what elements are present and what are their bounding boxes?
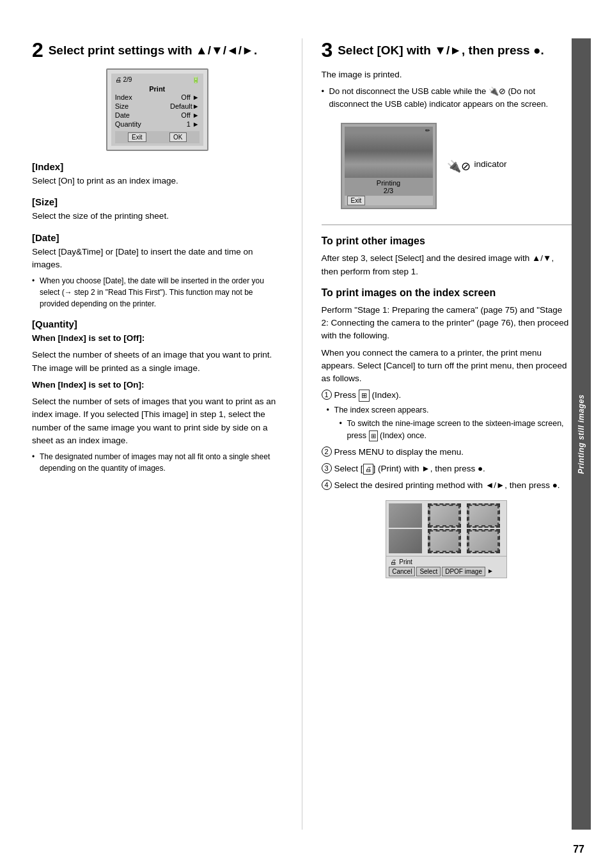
step1-sub-bullet: To switch the nine-image screen to the s…	[347, 418, 572, 442]
screen-row-quantity: Quantity 1 ►	[115, 120, 199, 129]
index-step-1: 1 Press ⊞ (Index). The index screen appe…	[322, 389, 572, 442]
print-index-heading: To print images on the index screen	[322, 287, 572, 299]
print-footer-label: Print	[399, 558, 412, 565]
row-size-label: Size	[115, 102, 129, 110]
date-body: Select [Day&Time] or [Date] to insert th…	[32, 246, 283, 272]
screen-menu-title: Print	[115, 85, 199, 93]
step2-header: 2 Select print settings with ▲/▼/◄/►.	[32, 38, 283, 62]
row-size-value: Default►	[170, 102, 199, 110]
printing-screen-image	[345, 133, 433, 178]
index-cell-4	[389, 529, 422, 553]
step4-text: Select the desired printing method with …	[334, 480, 560, 490]
printing-exit-btn: Exit	[347, 196, 366, 205]
step-circle-3: 3	[322, 463, 332, 473]
size-heading: [Size]	[32, 196, 283, 207]
print-footer-icon: 🖨	[390, 558, 396, 565]
date-heading: [Date]	[32, 232, 283, 243]
printing-text: Printing2/3	[345, 178, 433, 196]
indicator-label: indicator	[474, 158, 507, 171]
step1-press: Press	[334, 390, 359, 400]
index-step-3: 3 Select [🖨] (Print) with ►, then press …	[322, 462, 572, 475]
sidebar-label: Printing still images	[572, 38, 591, 830]
index-screen: 🖨 Print Cancel Select DPOF image ►	[386, 500, 507, 578]
step1-index-text: (Index).	[372, 390, 402, 400]
step3-header: 3 Select [OK] with ▼/►, then press ●.	[322, 38, 572, 62]
screen-row-size: Size Default►	[115, 102, 199, 111]
page-number: 77	[573, 844, 584, 855]
print-menu-icon: 🖨	[363, 464, 373, 475]
when-on-heading: When [Index] is set to [On]:	[32, 379, 283, 391]
screen-header-left: 🖨 2/9	[115, 76, 132, 83]
step3-bullet-text: Do not disconnect the USB cable while th…	[329, 86, 487, 96]
printing-footer: Exit	[345, 196, 433, 205]
screen-exit-btn: Exit	[128, 132, 146, 142]
row-quantity-label: Quantity	[115, 120, 141, 128]
index-heading: [Index]	[32, 161, 283, 172]
quantity-heading: [Quantity]	[32, 319, 283, 329]
screen-header-right: 🔋	[192, 76, 199, 83]
step-circle-4: 4	[322, 480, 332, 490]
print-other-body: After step 3, select [Select] and the de…	[322, 252, 572, 278]
step2-camera-screen: 🖨 2/9 🔋 Print Index Off ► Size Default► …	[106, 68, 208, 151]
row-date-label: Date	[115, 111, 130, 119]
step3-title: Select [OK] with ▼/►, then press ●.	[338, 43, 544, 57]
cancel-btn[interactable]: Cancel	[389, 567, 415, 576]
step2-title: Select print settings with ▲/▼/◄/►.	[49, 43, 257, 57]
index-icon-small: ⊞	[369, 430, 378, 441]
row-index-value: Off ►	[181, 93, 199, 101]
when-off-body: Select the number of sheets of an image …	[32, 349, 283, 375]
screen-row-index: Index Off ►	[115, 93, 199, 102]
printing-screen: ✏ Printing2/3 Exit	[341, 123, 437, 209]
right-column: 3 Select [OK] with ▼/►, then press ●. Th…	[302, 38, 572, 830]
index-cell-1	[389, 503, 422, 528]
quantity-bullet: The designated number of images may not …	[40, 451, 283, 474]
size-body: Select the size of the printing sheet.	[32, 210, 283, 223]
usb-no-disconnect-icon: 🔌⊘	[447, 159, 471, 173]
index-screen-container: 🖨 Print Cancel Select DPOF image ►	[386, 500, 507, 578]
print-other-heading: To print other images	[322, 235, 572, 247]
index-screen-footer: 🖨 Print Cancel Select DPOF image ►	[386, 556, 506, 578]
when-on-body: Select the number of sets of images that…	[32, 395, 283, 447]
step3-select-text: Select [	[334, 464, 363, 473]
dpof-btn[interactable]: DPOF image	[442, 567, 485, 576]
step-circle-2: 2	[322, 446, 332, 457]
step3-printed-text: The image is printed.	[322, 68, 572, 81]
row-index-label: Index	[115, 93, 132, 101]
index-grid	[386, 501, 506, 556]
step2-menu-text: Press MENU to display the menu.	[334, 447, 464, 457]
index-steps-list: 1 Press ⊞ (Index). The index screen appe…	[322, 389, 572, 492]
step1-sub: The index screen appears.	[334, 404, 572, 416]
select-btn[interactable]: Select	[416, 567, 441, 576]
print-index-body2: When you connect the camera to a printer…	[322, 347, 572, 386]
step3-number: 3	[322, 38, 333, 61]
arrow-right: ►	[487, 567, 494, 576]
row-quantity-value: 1 ►	[187, 120, 199, 128]
divider1	[322, 225, 572, 225]
index-cell-3	[467, 503, 500, 528]
row-date-value: Off ►	[181, 111, 199, 119]
step-circle-1: 1	[322, 390, 332, 400]
index-btn-icon: ⊞	[359, 390, 370, 402]
step3-usb-bullet: Do not disconnect the USB cable while th…	[329, 85, 572, 110]
index-body: Select [On] to print as an index image.	[32, 175, 283, 187]
step2-number: 2	[32, 38, 43, 61]
screen-row-date: Date Off ►	[115, 111, 199, 120]
index-step-4: 4 Select the desired printing method wit…	[322, 479, 572, 492]
step3-print-text: ] (Print) with ►, then press ●.	[373, 464, 485, 473]
screen-ok-btn: OK	[169, 132, 186, 142]
usb-icon: 🔌⊘	[489, 86, 508, 96]
left-column: 2 Select print settings with ▲/▼/◄/►. 🖨 …	[32, 38, 302, 830]
index-cell-5	[428, 529, 461, 553]
print-index-body1: Perform "Stage 1: Preparing the camera" …	[322, 304, 572, 343]
index-cell-2	[428, 503, 461, 528]
date-bullet: When you choose [Date], the date will be…	[40, 275, 283, 310]
when-off-heading: When [Index] is set to [Off]:	[32, 332, 283, 345]
index-cell-6	[467, 529, 500, 553]
index-step-2: 2 Press MENU to display the menu.	[322, 446, 572, 459]
